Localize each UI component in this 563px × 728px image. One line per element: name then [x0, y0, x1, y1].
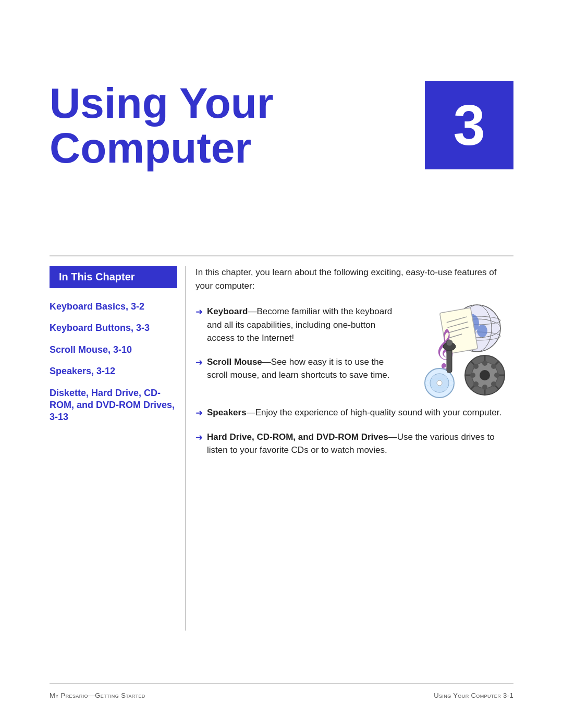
bullet-arrow-scroll-mouse: ➜ [195, 356, 203, 369]
tech-illustration-svg: 𝄞 [409, 300, 513, 404]
bullet-text-scroll-mouse: Scroll Mouse—See how easy it is to use t… [207, 355, 404, 382]
svg-point-32 [473, 381, 479, 387]
bullet-heading-speakers: Speakers [207, 408, 247, 417]
svg-point-16 [480, 370, 490, 380]
bullet-heading-scroll-mouse: Scroll Mouse [207, 357, 262, 367]
svg-point-39 [446, 340, 452, 346]
sidebar-item-speakers: Speakers, 3-12 [50, 365, 177, 377]
footer-line [50, 683, 513, 684]
bullet-text-hard-drive: Hard Drive, CD-ROM, and DVD-ROM Drives—U… [207, 430, 513, 457]
bullet-item-scroll-mouse: ➜ Scroll Mouse—See how easy it is to use… [195, 355, 404, 382]
sidebar: In This Chapter Keyboard Basics, 3-2 Key… [50, 266, 177, 433]
horizontal-divider [50, 255, 513, 256]
sidebar-item-keyboard-buttons: Keyboard Buttons, 3-3 [50, 322, 177, 334]
svg-point-26 [482, 385, 487, 390]
intro-text: In this chapter, you learn about the fol… [195, 266, 513, 292]
bullet-heading-hard-drive: Hard Drive, CD-ROM, and DVD-ROM Drives [207, 432, 388, 442]
bullet-heading-keyboard: Keyboard [207, 306, 248, 316]
footer-right: Using Your Computer 3-1 [434, 692, 513, 699]
sidebar-item-keyboard-basics: Keyboard Basics, 3-2 [50, 301, 177, 313]
svg-point-6 [477, 325, 487, 337]
sidebar-item-scroll-mouse: Scroll Mouse, 3-10 [50, 344, 177, 356]
chapter-title: Using Your Computer [50, 81, 321, 170]
bullets-with-image: ➜ Keyboard—Become familiar with the keyb… [195, 305, 513, 406]
svg-point-31 [491, 364, 496, 369]
page: Using Your Computer 3 In This Chapter Ke… [0, 0, 563, 728]
in-this-chapter-label: In This Chapter [59, 271, 135, 282]
bullet-arrow-speakers: ➜ [195, 406, 203, 420]
svg-point-35 [437, 380, 442, 386]
bullets-left: ➜ Keyboard—Become familiar with the keyb… [195, 305, 404, 392]
bullet-arrow-keyboard: ➜ [195, 305, 203, 319]
bullet-text-keyboard: Keyboard—Become familiar with the keyboa… [207, 305, 404, 345]
footer-left: My Presario—Getting Started [50, 692, 145, 699]
chapter-number: 3 [453, 96, 485, 154]
svg-point-27 [470, 373, 475, 378]
chapter-number-box: 3 [425, 81, 513, 169]
svg-point-29 [473, 364, 479, 369]
vertical-divider [185, 266, 186, 631]
bullet-text-speakers: Speakers—Enjoy the experience of high-qu… [207, 406, 513, 419]
bullet-item-speakers: ➜ Speakers—Enjoy the experience of high-… [195, 406, 513, 420]
svg-point-25 [482, 361, 487, 366]
sidebar-item-diskette: Diskette, Hard Drive, CD-ROM, and DVD-RO… [50, 387, 177, 424]
bullet-item-hard-drive: ➜ Hard Drive, CD-ROM, and DVD-ROM Drives… [195, 430, 513, 457]
svg-point-30 [491, 381, 496, 387]
in-this-chapter-box: In This Chapter [50, 266, 177, 288]
bullet-arrow-hard-drive: ➜ [195, 431, 203, 445]
bullet-item-keyboard: ➜ Keyboard—Become familiar with the keyb… [195, 305, 404, 345]
svg-point-28 [494, 373, 499, 378]
chapter-title-text: Using Your Computer [50, 81, 321, 170]
illustration: 𝄞 [409, 300, 513, 406]
footer: My Presario—Getting Started Using Your C… [50, 692, 513, 699]
main-content: In this chapter, you learn about the fol… [195, 266, 513, 467]
